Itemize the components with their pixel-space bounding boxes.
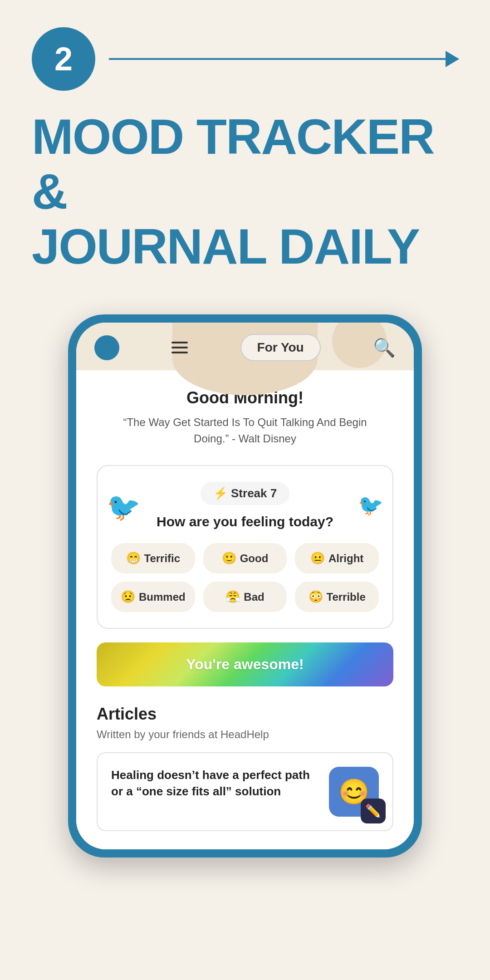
avatar — [94, 335, 119, 360]
articles-subtitle: Written by your friends at HeadHelp — [97, 728, 393, 741]
phone-top-bar: For You 🔍 — [76, 323, 414, 370]
mood-bummed[interactable]: 😟 Bummed — [111, 582, 195, 612]
bummed-emoji: 😟 — [121, 590, 135, 604]
bad-label: Bad — [244, 591, 264, 603]
streak-badge: ⚡ Streak 7 — [111, 482, 379, 505]
step-row: 2 — [32, 27, 458, 91]
bird-left-icon: 🐦 — [107, 491, 141, 523]
greeting-quote: “The Way Get Started Is To Quit Talking … — [97, 414, 393, 447]
top-section: 2 MOOD TRACKER & JOURNAL DAILY — [0, 0, 490, 292]
step-number: 2 — [54, 40, 73, 78]
for-you-tab[interactable]: For You — [240, 334, 321, 361]
streak-card: 🐦 🐦 ⚡ Streak 7 How are you feeling today… — [97, 465, 393, 629]
good-emoji: 🙂 — [222, 551, 236, 565]
article-text: Healing doesn’t have a perfect path or a… — [111, 767, 320, 800]
terrific-label: Terrific — [144, 552, 181, 565]
mood-alright[interactable]: 😐 Alright — [295, 543, 379, 573]
phone-inner: For You 🔍 Good Morning! “The Way Get Sta… — [76, 323, 414, 849]
mood-good[interactable]: 🙂 Good — [203, 543, 287, 573]
bird-right-icon: 🐦 — [358, 493, 383, 517]
terrible-label: Terrible — [327, 591, 366, 603]
bummed-label: Bummed — [139, 591, 186, 603]
good-label: Good — [240, 552, 269, 565]
phone-frame: For You 🔍 Good Morning! “The Way Get Sta… — [68, 314, 422, 858]
alright-emoji: 😐 — [310, 551, 325, 565]
step-circle: 2 — [32, 27, 95, 91]
alright-label: Alright — [328, 552, 363, 565]
terrible-emoji: 😳 — [309, 590, 323, 604]
mood-grid: 😁 Terrific 🙂 Good 😐 Alright 😟 — [111, 543, 379, 612]
bad-emoji: 😤 — [225, 590, 240, 604]
feeling-question: How are you feeling today? — [111, 514, 379, 529]
mood-terrible[interactable]: 😳 Terrible — [295, 582, 379, 612]
streak-label: ⚡ Streak 7 — [201, 482, 289, 505]
article-icon-wrap: 😊 ✏️ — [329, 767, 379, 817]
edit-icon: ✏️ — [361, 799, 386, 823]
awesome-banner[interactable]: You're awesome! — [97, 642, 393, 686]
terrific-emoji: 😁 — [126, 551, 141, 565]
articles-section: Articles Written by your friends at Head… — [97, 705, 393, 831]
search-icon[interactable]: 🔍 — [373, 337, 396, 358]
phone-container: For You 🔍 Good Morning! “The Way Get Sta… — [0, 314, 490, 858]
article-card[interactable]: Healing doesn’t have a perfect path or a… — [97, 752, 393, 831]
phone-content: Good Morning! “The Way Get Started Is To… — [76, 370, 414, 849]
articles-title: Articles — [97, 705, 393, 724]
main-title: MOOD TRACKER & JOURNAL DAILY — [32, 109, 458, 274]
mood-bad[interactable]: 😤 Bad — [203, 582, 287, 612]
hamburger-icon[interactable] — [172, 342, 188, 353]
step-arrow — [109, 58, 458, 60]
awesome-text: You're awesome! — [110, 656, 380, 673]
mood-terrific[interactable]: 😁 Terrific — [111, 543, 195, 573]
